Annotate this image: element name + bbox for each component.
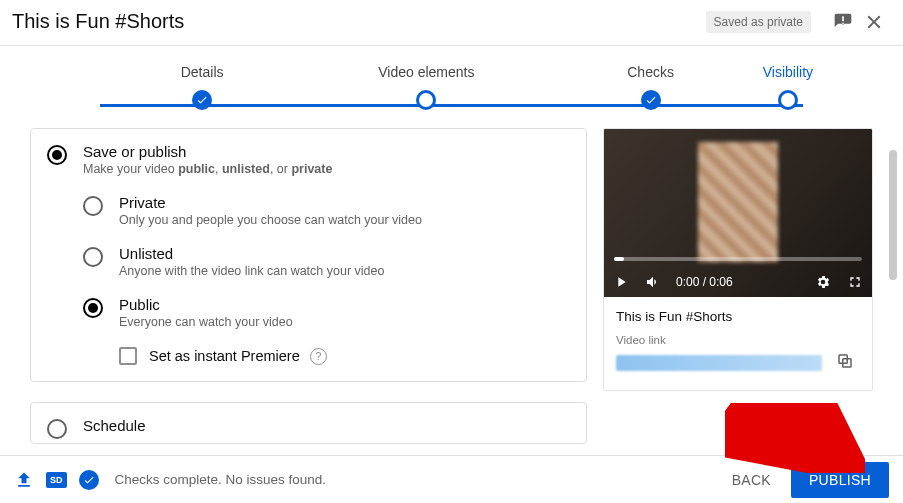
publish-button[interactable]: PUBLISH (791, 462, 889, 498)
option-title: Schedule (83, 417, 146, 434)
option-desc: Everyone can watch your video (119, 315, 293, 329)
step-label: Details (181, 64, 224, 80)
saved-as-private-badge: Saved as private (706, 11, 811, 33)
video-time: 0:00 / 0:06 (676, 275, 733, 289)
preview-pane: 0:00 / 0:06 This is Fun #Shorts Video li… (603, 128, 903, 464)
checkbox-icon[interactable] (119, 347, 137, 365)
video-preview-card: 0:00 / 0:06 This is Fun #Shorts Video li… (603, 128, 873, 391)
dialog-header: This is Fun #Shorts Saved as private (0, 0, 903, 46)
step-label: Video elements (378, 64, 474, 80)
video-link[interactable] (616, 355, 822, 371)
option-title: Public (119, 296, 293, 313)
video-link-label: Video link (616, 334, 860, 346)
help-icon[interactable]: ? (310, 348, 327, 365)
dialog-footer: SD Checks complete. No issues found. BAC… (0, 455, 903, 503)
dialog-content: Save or publish Make your video public, … (0, 114, 903, 464)
option-desc: Anyone with the video link can watch you… (119, 264, 384, 278)
save-or-publish-card: Save or publish Make your video public, … (30, 128, 587, 382)
video-controls: 0:00 / 0:06 (612, 273, 864, 291)
close-icon[interactable] (863, 11, 885, 33)
step-visibility[interactable]: Visibility (763, 64, 813, 110)
radio-icon[interactable] (47, 419, 67, 439)
radio-icon[interactable] (83, 298, 103, 318)
check-icon (641, 90, 661, 110)
preview-meta: This is Fun #Shorts Video link (604, 297, 872, 390)
option-public[interactable]: Public Everyone can watch your video (83, 296, 570, 343)
radio-icon[interactable] (47, 145, 67, 165)
sd-badge: SD (46, 472, 67, 488)
option-title: Private (119, 194, 422, 211)
check-icon (192, 90, 212, 110)
option-title: Save or publish (83, 143, 332, 160)
radio-icon[interactable] (83, 196, 103, 216)
step-label: Checks (627, 64, 674, 80)
step-checks[interactable]: Checks (538, 64, 762, 110)
instant-premiere-row[interactable]: Set as instant Premiere ? (119, 347, 570, 365)
copy-link-icon[interactable] (830, 346, 860, 376)
option-private[interactable]: Private Only you and people you choose c… (83, 194, 570, 241)
pixelated-overlay (698, 142, 778, 262)
fullscreen-icon[interactable] (846, 273, 864, 291)
premiere-label: Set as instant Premiere (149, 348, 300, 364)
video-title: This is Fun #Shorts (12, 10, 706, 33)
volume-icon[interactable] (644, 273, 662, 291)
video-thumbnail[interactable]: 0:00 / 0:06 (604, 129, 872, 297)
step-hollow-icon (778, 90, 798, 110)
schedule-card: Schedule (30, 402, 587, 444)
radio-icon[interactable] (83, 247, 103, 267)
step-label: Visibility (763, 64, 813, 80)
option-title: Unlisted (119, 245, 384, 262)
step-details[interactable]: Details (90, 64, 314, 110)
option-desc: Make your video public, unlisted, or pri… (83, 162, 332, 176)
settings-icon[interactable] (814, 273, 832, 291)
checks-passed-icon (79, 470, 99, 490)
step-video-elements[interactable]: Video elements (314, 64, 538, 110)
back-button[interactable]: BACK (718, 464, 785, 496)
option-save-or-publish[interactable]: Save or publish Make your video public, … (47, 143, 570, 190)
feedback-icon[interactable] (833, 12, 853, 32)
option-desc: Only you and people you choose can watch… (119, 213, 422, 227)
preview-video-title: This is Fun #Shorts (616, 309, 860, 324)
upload-complete-icon (14, 470, 34, 490)
option-schedule[interactable]: Schedule (47, 417, 570, 439)
upload-stepper: Details Video elements Checks Visibility (0, 46, 903, 114)
play-icon[interactable] (612, 273, 630, 291)
visibility-options-pane: Save or publish Make your video public, … (0, 128, 603, 464)
step-hollow-icon (416, 90, 436, 110)
checks-status-text: Checks complete. No issues found. (115, 472, 327, 487)
scrollbar[interactable] (889, 150, 897, 280)
video-progress-bar[interactable] (614, 257, 862, 261)
option-unlisted[interactable]: Unlisted Anyone with the video link can … (83, 245, 570, 292)
